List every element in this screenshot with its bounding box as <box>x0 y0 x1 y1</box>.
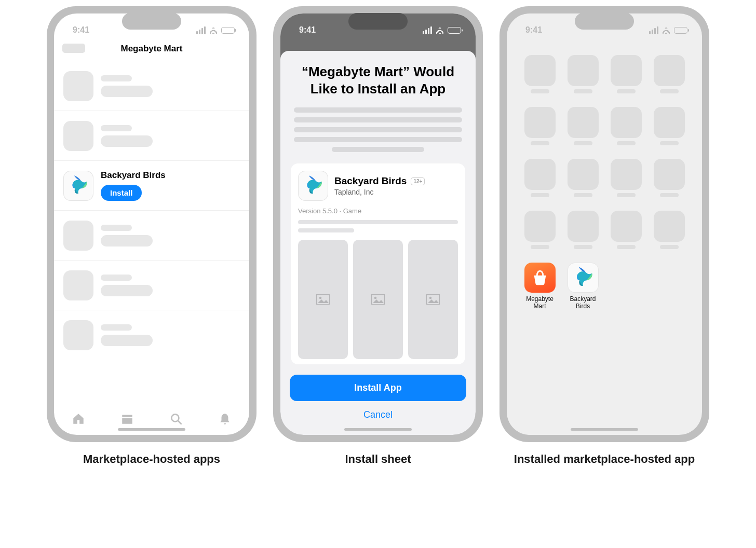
screenshot[interactable] <box>298 240 348 359</box>
app-placeholder[interactable] <box>562 107 603 155</box>
phone-frame: 9:41 “Megabyte Mart” Would Like to Insta… <box>273 6 483 442</box>
wifi-icon <box>662 26 671 34</box>
app-placeholder[interactable] <box>649 159 690 207</box>
app-placeholder[interactable] <box>519 159 560 207</box>
app-placeholder[interactable] <box>519 55 560 103</box>
app-icon <box>298 171 328 201</box>
app-backyard-birds[interactable]: Backyard Birds <box>562 263 603 310</box>
wifi-icon <box>209 26 218 34</box>
list-item[interactable] <box>54 310 249 360</box>
app-name-label: Backyard Birds <box>101 170 166 181</box>
app-placeholder[interactable] <box>562 211 603 258</box>
battery-icon <box>674 27 687 34</box>
phone-frame: 9:41 Megabyte MartBackyard Birds <box>500 6 709 442</box>
app-placeholder[interactable] <box>562 159 603 207</box>
app-placeholder[interactable] <box>649 55 690 103</box>
app-placeholder[interactable] <box>649 107 690 155</box>
sheet-description <box>294 107 462 152</box>
list-item-backyard-birds[interactable]: Backyard Birds Install <box>54 161 249 211</box>
screenshots-row[interactable] <box>298 240 458 359</box>
app-placeholder[interactable] <box>519 107 560 155</box>
home-indicator[interactable] <box>118 428 185 431</box>
app-icon <box>63 171 93 201</box>
list-item[interactable] <box>54 111 249 161</box>
phone-frame: 9:41 Megabyte Mart <box>47 6 256 442</box>
install-sheet: “Megabyte Mart” Would Like to Install an… <box>280 51 476 435</box>
home-indicator[interactable] <box>344 428 412 431</box>
caption: Marketplace-hosted apps <box>83 453 220 466</box>
app-megabyte-mart[interactable]: Megabyte Mart <box>519 263 560 310</box>
list-item[interactable] <box>54 211 249 261</box>
app-meta: Version 5.5.0 · Game <box>298 207 458 215</box>
svg-point-2 <box>171 414 179 421</box>
cancel-button[interactable]: Cancel <box>290 406 466 423</box>
age-rating-badge: 12+ <box>411 177 425 185</box>
dynamic-island <box>575 13 634 30</box>
app-placeholder[interactable] <box>562 55 603 103</box>
tab-home[interactable] <box>72 412 85 428</box>
nav-title: Megabyte Mart <box>54 44 249 54</box>
home-screen-grid[interactable]: Megabyte MartBackyard Birds <box>519 55 690 414</box>
battery-icon <box>221 27 235 34</box>
app-placeholder[interactable] <box>605 107 646 155</box>
tab-alerts[interactable] <box>218 412 232 428</box>
app-label: Megabyte Mart <box>519 296 560 310</box>
dynamic-island <box>122 13 181 30</box>
app-list[interactable]: Backyard Birds Install <box>54 61 249 404</box>
sheet-title: “Megabyte Mart” Would Like to Install an… <box>291 63 465 97</box>
app-icon <box>568 263 599 293</box>
tab-browse[interactable] <box>120 412 134 428</box>
app-icon <box>524 263 556 293</box>
wifi-icon <box>435 26 444 34</box>
app-placeholder[interactable] <box>605 159 646 207</box>
app-placeholder[interactable] <box>649 211 690 258</box>
install-button[interactable]: Install <box>101 185 142 201</box>
cellular-icon <box>423 26 432 34</box>
developer-label: Tapland, Inc <box>334 188 425 196</box>
app-placeholder[interactable] <box>519 211 560 258</box>
home-indicator[interactable] <box>571 428 638 431</box>
screenshot[interactable] <box>408 240 458 359</box>
app-description <box>298 220 458 232</box>
app-placeholder[interactable] <box>605 55 646 103</box>
status-time: 9:41 <box>73 25 89 35</box>
battery-icon <box>448 27 461 34</box>
status-time: 9:41 <box>525 25 542 35</box>
install-app-button[interactable]: Install App <box>290 375 466 401</box>
caption: Install sheet <box>345 453 411 466</box>
app-info-card: Backyard Birds 12+ Tapland, Inc Version … <box>291 163 465 364</box>
dynamic-island <box>348 13 408 30</box>
app-placeholder[interactable] <box>605 211 646 258</box>
tab-search[interactable] <box>169 412 183 428</box>
screenshot[interactable] <box>353 240 403 359</box>
cellular-icon <box>649 26 658 34</box>
app-name-label: Backyard Birds <box>334 175 407 187</box>
app-label: Backyard Birds <box>562 296 603 310</box>
caption: Installed marketplace-hosted app <box>514 453 695 466</box>
status-time: 9:41 <box>299 25 316 35</box>
list-item[interactable] <box>54 61 249 111</box>
list-item[interactable] <box>54 261 249 310</box>
cellular-icon <box>196 26 206 34</box>
